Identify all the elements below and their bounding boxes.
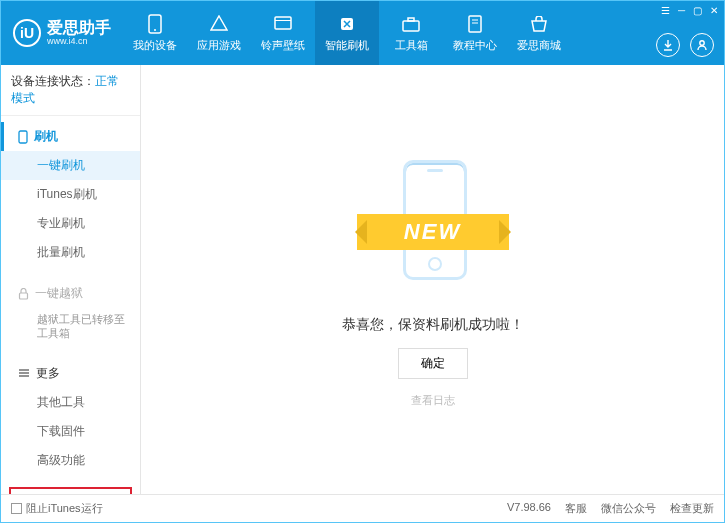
svg-rect-5 <box>403 21 419 31</box>
more-icon <box>18 368 30 378</box>
checkbox-block-itunes[interactable]: 阻止iTunes运行 <box>11 501 103 516</box>
nav-tabs: 我的设备 应用游戏 铃声壁纸 智能刷机 工具箱 教程中心 <box>123 1 724 65</box>
version-label: V7.98.66 <box>507 501 551 516</box>
nav-toolbox[interactable]: 工具箱 <box>379 1 443 65</box>
svg-rect-2 <box>275 17 291 29</box>
wallpaper-icon <box>273 14 293 34</box>
success-illustration: NEW <box>353 152 513 302</box>
jailbreak-note: 越狱工具已转移至工具箱 <box>1 308 140 347</box>
nav-tutorial[interactable]: 教程中心 <box>443 1 507 65</box>
brand-url: www.i4.cn <box>47 36 111 46</box>
success-message: 恭喜您，保资料刷机成功啦！ <box>342 316 524 334</box>
docs-icon <box>465 14 485 34</box>
connection-status: 设备连接状态：正常模式 <box>1 65 140 116</box>
minimize-icon[interactable]: ─ <box>678 5 685 16</box>
nav-label: 智能刷机 <box>325 38 369 53</box>
nav-my-device[interactable]: 我的设备 <box>123 1 187 65</box>
download-button[interactable] <box>656 33 680 57</box>
sidebar-item-oneclick-flash[interactable]: 一键刷机 <box>1 151 140 180</box>
brand: iU 爱思助手 www.i4.cn <box>1 19 123 47</box>
sidebar-item-other-tools[interactable]: 其他工具 <box>1 388 140 417</box>
sidebar-item-batch-flash[interactable]: 批量刷机 <box>1 238 140 267</box>
options-highlight-box: ✓自动激活 ✓跳过向导 <box>9 487 132 494</box>
brand-title: 爱思助手 <box>47 20 111 36</box>
svg-point-10 <box>700 41 704 45</box>
main-content: NEW 恭喜您，保资料刷机成功啦！ 确定 查看日志 <box>141 65 724 494</box>
flash-icon <box>337 14 357 34</box>
app-window: iU 爱思助手 www.i4.cn 我的设备 应用游戏 铃声壁纸 智能刷机 <box>0 0 725 523</box>
footer: 阻止iTunes运行 V7.98.66 客服 微信公众号 检查更新 <box>1 494 724 522</box>
nav-label: 教程中心 <box>453 38 497 53</box>
header-action-icons <box>656 33 714 57</box>
sidebar-head-flash[interactable]: 刷机 <box>1 122 140 151</box>
new-ribbon: NEW <box>357 214 509 250</box>
nav-label: 爱思商城 <box>517 38 561 53</box>
maximize-icon[interactable]: ▢ <box>693 5 702 16</box>
nav-label: 我的设备 <box>133 38 177 53</box>
sidebar-item-pro-flash[interactable]: 专业刷机 <box>1 209 140 238</box>
sidebar-head-jailbreak[interactable]: 一键越狱 <box>1 279 140 308</box>
footer-link-wechat[interactable]: 微信公众号 <box>601 501 656 516</box>
lock-icon <box>18 288 29 300</box>
sidebar-item-advanced[interactable]: 高级功能 <box>1 446 140 475</box>
sidebar-head-more[interactable]: 更多 <box>1 359 140 388</box>
settings-icon[interactable]: ☰ <box>661 5 670 16</box>
brand-logo-icon: iU <box>13 19 41 47</box>
checkbox-label: 阻止iTunes运行 <box>26 501 103 516</box>
nav-label: 工具箱 <box>395 38 428 53</box>
connection-label: 设备连接状态： <box>11 74 95 88</box>
sidebar-head-label: 刷机 <box>34 128 58 145</box>
body: 设备连接状态：正常模式 刷机 一键刷机 iTunes刷机 专业刷机 批量刷机 一… <box>1 65 724 494</box>
user-button[interactable] <box>690 33 714 57</box>
window-controls: ☰ ─ ▢ ✕ <box>661 5 718 16</box>
view-log-link[interactable]: 查看日志 <box>411 393 455 408</box>
footer-link-update[interactable]: 检查更新 <box>670 501 714 516</box>
svg-point-1 <box>154 29 156 31</box>
nav-label: 铃声壁纸 <box>261 38 305 53</box>
nav-apps[interactable]: 应用游戏 <box>187 1 251 65</box>
nav-wallpaper[interactable]: 铃声壁纸 <box>251 1 315 65</box>
svg-rect-11 <box>19 131 27 143</box>
apps-icon <box>209 14 229 34</box>
svg-rect-7 <box>469 16 481 32</box>
nav-label: 应用游戏 <box>197 38 241 53</box>
sidebar: 设备连接状态：正常模式 刷机 一键刷机 iTunes刷机 专业刷机 批量刷机 一… <box>1 65 141 494</box>
footer-right: V7.98.66 客服 微信公众号 检查更新 <box>507 501 714 516</box>
header: iU 爱思助手 www.i4.cn 我的设备 应用游戏 铃声壁纸 智能刷机 <box>1 1 724 65</box>
nav-store[interactable]: 爱思商城 <box>507 1 571 65</box>
sidebar-item-download-firmware[interactable]: 下载固件 <box>1 417 140 446</box>
store-icon <box>529 14 549 34</box>
ok-button[interactable]: 确定 <box>398 348 468 379</box>
close-icon[interactable]: ✕ <box>710 5 718 16</box>
phone-icon <box>145 14 165 34</box>
checkbox-icon <box>11 503 22 514</box>
svg-rect-6 <box>408 18 414 21</box>
svg-rect-3 <box>275 20 291 21</box>
footer-link-support[interactable]: 客服 <box>565 501 587 516</box>
sidebar-item-itunes-flash[interactable]: iTunes刷机 <box>1 180 140 209</box>
phone-small-icon <box>18 130 28 144</box>
nav-flash[interactable]: 智能刷机 <box>315 1 379 65</box>
svg-rect-12 <box>20 293 28 299</box>
sidebar-head-label: 一键越狱 <box>35 285 83 302</box>
toolbox-icon <box>401 14 421 34</box>
sidebar-head-label: 更多 <box>36 365 60 382</box>
